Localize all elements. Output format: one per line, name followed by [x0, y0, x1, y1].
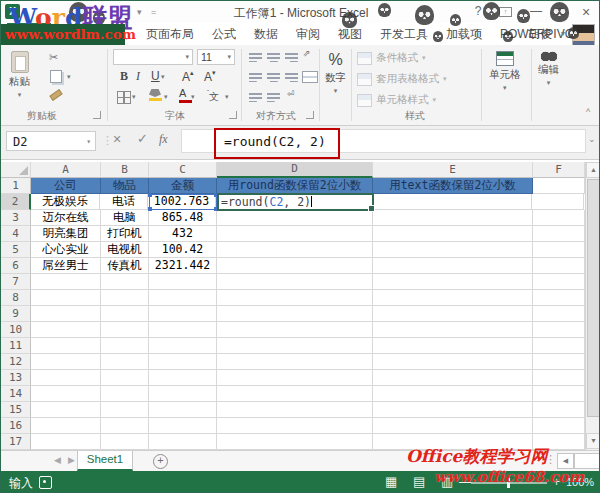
collapse-ribbon-icon[interactable]: ^	[586, 107, 590, 117]
cell-F3[interactable]	[533, 210, 585, 226]
cell-B15[interactable]	[101, 402, 149, 418]
cell-B16[interactable]	[101, 418, 149, 434]
cell-B1[interactable]: 物品	[101, 178, 149, 194]
cell-F5[interactable]	[533, 242, 585, 258]
align-top-icon[interactable]	[249, 52, 262, 62]
cell-D16[interactable]	[217, 418, 373, 434]
cells-button[interactable]: 单元格 ▾	[489, 51, 521, 92]
cell-E4[interactable]	[373, 226, 533, 242]
cell-E14[interactable]	[373, 386, 533, 402]
cell-A5[interactable]: 心心实业	[31, 242, 101, 258]
cell-C16[interactable]	[149, 418, 217, 434]
fill-color-icon[interactable]	[149, 89, 162, 101]
cell-B7[interactable]	[101, 274, 149, 290]
copy-dropdown-icon[interactable]: ▾	[67, 73, 71, 81]
column-header-B[interactable]: B	[101, 162, 149, 178]
cell-F9[interactable]	[533, 306, 585, 322]
sheet-tab-sheet1[interactable]: Sheet1	[77, 451, 133, 471]
cell-F11[interactable]	[533, 338, 585, 354]
ribbon-display-options-button[interactable]: ↑	[499, 7, 512, 17]
user-account-name[interactable]: 胡俊	[528, 23, 552, 45]
cell-A15[interactable]	[31, 402, 101, 418]
row-header-11[interactable]: 11	[1, 338, 31, 354]
cell-C14[interactable]	[149, 386, 217, 402]
alignment-dialog-launcher-icon[interactable]	[306, 111, 314, 119]
cell-D12[interactable]	[217, 354, 373, 370]
cell-E8[interactable]	[373, 290, 533, 306]
font-name-combo[interactable]: ▾	[113, 49, 193, 65]
cell-D15[interactable]	[217, 402, 373, 418]
expand-formula-bar-icon[interactable]: ⌄	[588, 134, 596, 144]
cell-B10[interactable]	[101, 322, 149, 338]
tab-页面布局[interactable]: 页面布局	[137, 23, 203, 45]
paste-button[interactable]: 粘贴 ▾	[9, 51, 30, 99]
phonetic-dropdown-icon[interactable]: ▾	[225, 93, 229, 101]
row-header-8[interactable]: 8	[1, 290, 31, 306]
cell-B14[interactable]	[101, 386, 149, 402]
cell-E6[interactable]	[373, 258, 533, 274]
cell-A10[interactable]	[31, 322, 101, 338]
conditional-formatting-button[interactable]: 条件格式 ▾	[357, 51, 426, 65]
name-box-dropdown-icon[interactable]: ▾	[86, 132, 91, 152]
cell-A8[interactable]	[31, 290, 101, 306]
cell-E9[interactable]	[373, 306, 533, 322]
cell-A1[interactable]: 公司	[31, 178, 101, 194]
confirm-entry-icon[interactable]: ✓	[137, 131, 148, 146]
cell-B2[interactable]: 电话	[100, 194, 148, 210]
cell-B13[interactable]	[101, 370, 149, 386]
cell-D5[interactable]	[217, 242, 373, 258]
cell-D8[interactable]	[217, 290, 373, 306]
cell-D17[interactable]	[217, 434, 373, 450]
cell-F1[interactable]	[533, 178, 585, 194]
cell-styles-button[interactable]: 单元格样式 ▾	[357, 93, 436, 107]
cell-B3[interactable]: 电脑	[101, 210, 149, 226]
cell-D10[interactable]	[217, 322, 373, 338]
format-painter-icon[interactable]	[49, 89, 62, 101]
align-middle-icon[interactable]	[267, 52, 280, 62]
cell-A7[interactable]	[31, 274, 101, 290]
align-left-icon[interactable]	[249, 72, 262, 82]
tab-审阅[interactable]: 审阅	[287, 23, 329, 45]
cell-A12[interactable]	[31, 354, 101, 370]
cell-E16[interactable]	[373, 418, 533, 434]
row-header-17[interactable]: 17	[1, 434, 31, 450]
cell-B12[interactable]	[101, 354, 149, 370]
cell-C15[interactable]	[149, 402, 217, 418]
cell-C5[interactable]: 100.42	[149, 242, 217, 258]
cell-B8[interactable]	[101, 290, 149, 306]
name-box[interactable]: D2 ▾	[6, 131, 96, 151]
cell-C9[interactable]	[149, 306, 217, 322]
macro-record-icon[interactable]	[39, 476, 52, 489]
column-header-A[interactable]: A	[31, 162, 101, 178]
cell-A6[interactable]: 屌丝男士	[31, 258, 101, 274]
select-all-corner[interactable]	[1, 162, 31, 178]
column-header-F[interactable]: F	[533, 162, 585, 178]
cell-A13[interactable]	[31, 370, 101, 386]
cell-A11[interactable]	[31, 338, 101, 354]
cell-E3[interactable]	[373, 210, 533, 226]
cell-F10[interactable]	[533, 322, 585, 338]
active-cell-editor[interactable]: =round(C2, 2)	[217, 193, 374, 211]
cell-E2[interactable]	[372, 194, 532, 210]
shrink-font-button[interactable]: A▾	[201, 69, 219, 84]
cell-B11[interactable]	[101, 338, 149, 354]
row-header-3[interactable]: 3	[1, 210, 31, 226]
tab-公式[interactable]: 公式	[203, 23, 245, 45]
orientation-icon[interactable]: ⇗	[303, 48, 311, 58]
cell-C13[interactable]	[149, 370, 217, 386]
row-header-10[interactable]: 10	[1, 322, 31, 338]
column-header-E[interactable]: E	[373, 162, 533, 178]
cell-E7[interactable]	[373, 274, 533, 290]
cell-A3[interactable]: 迈尔在线	[31, 210, 101, 226]
cell-F16[interactable]	[533, 418, 585, 434]
cell-F15[interactable]	[533, 402, 585, 418]
tab-数据[interactable]: 数据	[245, 23, 287, 45]
cell-C4[interactable]: 432	[149, 226, 217, 242]
cell-D1[interactable]: 用round函数保留2位小数	[217, 178, 373, 194]
cell-B5[interactable]: 电视机	[101, 242, 149, 258]
close-button[interactable]: ×	[577, 4, 595, 20]
cell-C12[interactable]	[149, 354, 217, 370]
row-header-5[interactable]: 5	[1, 242, 31, 258]
cell-B6[interactable]: 传真机	[101, 258, 149, 274]
cell-C11[interactable]	[149, 338, 217, 354]
